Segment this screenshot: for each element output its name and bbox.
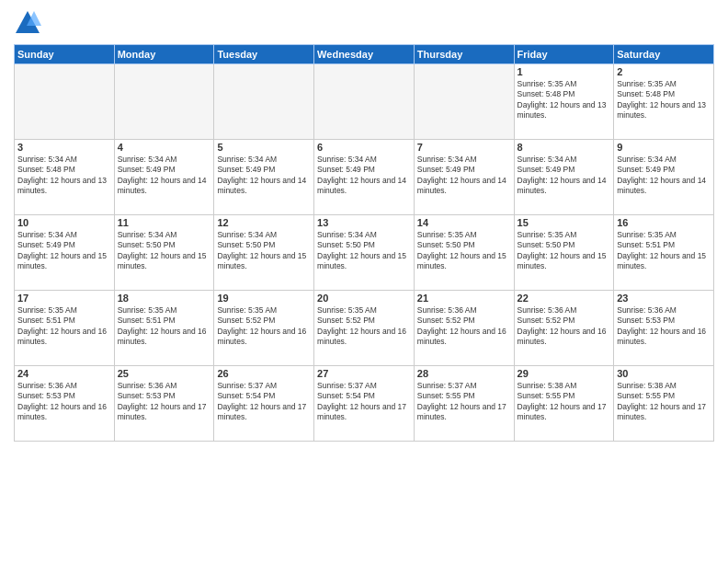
calendar-day-cell: 9Sunrise: 5:34 AM Sunset: 5:49 PM Daylig… <box>614 140 714 215</box>
day-number: 2 <box>617 66 711 77</box>
calendar-week-row: 3Sunrise: 5:34 AM Sunset: 5:48 PM Daylig… <box>15 140 714 215</box>
calendar-day-cell: 29Sunrise: 5:38 AM Sunset: 5:55 PM Dayli… <box>514 366 614 442</box>
day-info: Sunrise: 5:36 AM Sunset: 5:52 PM Dayligh… <box>518 305 611 348</box>
day-number: 7 <box>417 142 511 153</box>
logo <box>14 9 45 37</box>
day-info: Sunrise: 5:34 AM Sunset: 5:50 PM Dayligh… <box>118 230 211 272</box>
day-number: 14 <box>417 217 511 228</box>
calendar-day-cell <box>15 64 115 140</box>
calendar-day-cell <box>414 64 514 140</box>
calendar-day-cell: 27Sunrise: 5:37 AM Sunset: 5:54 PM Dayli… <box>314 366 415 442</box>
day-number: 13 <box>317 217 411 228</box>
day-info: Sunrise: 5:35 AM Sunset: 5:48 PM Dayligh… <box>617 79 711 121</box>
day-info: Sunrise: 5:34 AM Sunset: 5:49 PM Dayligh… <box>417 155 511 197</box>
day-info: Sunrise: 5:35 AM Sunset: 5:52 PM Dayligh… <box>217 305 311 348</box>
day-number: 11 <box>118 217 211 228</box>
weekday-header: Monday <box>114 45 214 64</box>
day-info: Sunrise: 5:36 AM Sunset: 5:52 PM Dayligh… <box>417 305 511 348</box>
calendar-day-cell: 2Sunrise: 5:35 AM Sunset: 5:48 PM Daylig… <box>614 64 714 140</box>
page-container: SundayMondayTuesdayWednesdayThursdayFrid… <box>0 0 728 563</box>
calendar-day-cell: 24Sunrise: 5:36 AM Sunset: 5:53 PM Dayli… <box>15 366 115 442</box>
calendar-day-cell: 13Sunrise: 5:34 AM Sunset: 5:50 PM Dayli… <box>314 215 415 291</box>
day-number: 19 <box>217 293 311 304</box>
calendar-day-cell: 16Sunrise: 5:35 AM Sunset: 5:51 PM Dayli… <box>614 215 714 291</box>
day-info: Sunrise: 5:38 AM Sunset: 5:55 PM Dayligh… <box>617 381 711 423</box>
day-info: Sunrise: 5:35 AM Sunset: 5:51 PM Dayligh… <box>118 305 211 348</box>
calendar-day-cell: 6Sunrise: 5:34 AM Sunset: 5:49 PM Daylig… <box>314 140 415 215</box>
day-info: Sunrise: 5:34 AM Sunset: 5:49 PM Dayligh… <box>17 230 111 272</box>
day-info: Sunrise: 5:34 AM Sunset: 5:49 PM Dayligh… <box>518 155 611 197</box>
weekday-header: Friday <box>514 45 614 64</box>
day-number: 16 <box>617 217 711 228</box>
calendar-day-cell: 3Sunrise: 5:34 AM Sunset: 5:48 PM Daylig… <box>15 140 115 215</box>
day-number: 9 <box>617 142 711 153</box>
day-info: Sunrise: 5:35 AM Sunset: 5:51 PM Dayligh… <box>617 230 711 272</box>
calendar-day-cell: 4Sunrise: 5:34 AM Sunset: 5:49 PM Daylig… <box>114 140 214 215</box>
day-info: Sunrise: 5:36 AM Sunset: 5:53 PM Dayligh… <box>118 381 211 423</box>
calendar-day-cell: 5Sunrise: 5:34 AM Sunset: 5:49 PM Daylig… <box>214 140 314 215</box>
day-number: 4 <box>118 142 211 153</box>
day-info: Sunrise: 5:34 AM Sunset: 5:50 PM Dayligh… <box>317 230 411 272</box>
day-number: 12 <box>217 217 311 228</box>
day-number: 25 <box>118 368 211 379</box>
day-number: 28 <box>417 368 511 379</box>
day-number: 29 <box>518 368 611 379</box>
calendar-day-cell: 11Sunrise: 5:34 AM Sunset: 5:50 PM Dayli… <box>114 215 214 291</box>
weekday-header: Tuesday <box>214 45 314 64</box>
day-info: Sunrise: 5:37 AM Sunset: 5:54 PM Dayligh… <box>317 381 411 423</box>
calendar-day-cell: 21Sunrise: 5:36 AM Sunset: 5:52 PM Dayli… <box>414 291 514 366</box>
day-info: Sunrise: 5:34 AM Sunset: 5:49 PM Dayligh… <box>217 155 311 197</box>
weekday-header: Wednesday <box>314 45 415 64</box>
day-number: 22 <box>518 293 611 304</box>
day-info: Sunrise: 5:35 AM Sunset: 5:51 PM Dayligh… <box>17 305 111 348</box>
calendar-day-cell: 1Sunrise: 5:35 AM Sunset: 5:48 PM Daylig… <box>514 64 614 140</box>
day-info: Sunrise: 5:38 AM Sunset: 5:55 PM Dayligh… <box>518 381 611 423</box>
day-info: Sunrise: 5:35 AM Sunset: 5:48 PM Dayligh… <box>518 79 611 121</box>
day-number: 27 <box>317 368 411 379</box>
day-info: Sunrise: 5:34 AM Sunset: 5:50 PM Dayligh… <box>217 230 311 272</box>
logo-icon <box>14 9 41 37</box>
day-info: Sunrise: 5:37 AM Sunset: 5:54 PM Dayligh… <box>217 381 311 423</box>
calendar-day-cell: 17Sunrise: 5:35 AM Sunset: 5:51 PM Dayli… <box>15 291 115 366</box>
day-number: 10 <box>17 217 111 228</box>
day-number: 15 <box>518 217 611 228</box>
calendar-day-cell: 28Sunrise: 5:37 AM Sunset: 5:55 PM Dayli… <box>414 366 514 442</box>
day-info: Sunrise: 5:36 AM Sunset: 5:53 PM Dayligh… <box>617 305 711 348</box>
calendar-day-cell: 8Sunrise: 5:34 AM Sunset: 5:49 PM Daylig… <box>514 140 614 215</box>
day-number: 17 <box>17 293 111 304</box>
weekday-header: Saturday <box>614 45 714 64</box>
calendar-day-cell: 19Sunrise: 5:35 AM Sunset: 5:52 PM Dayli… <box>214 291 314 366</box>
calendar-day-cell: 30Sunrise: 5:38 AM Sunset: 5:55 PM Dayli… <box>614 366 714 442</box>
page-header <box>14 9 714 37</box>
calendar-day-cell: 10Sunrise: 5:34 AM Sunset: 5:49 PM Dayli… <box>15 215 115 291</box>
weekday-header: Thursday <box>414 45 514 64</box>
calendar-day-cell: 12Sunrise: 5:34 AM Sunset: 5:50 PM Dayli… <box>214 215 314 291</box>
day-number: 30 <box>617 368 711 379</box>
day-info: Sunrise: 5:35 AM Sunset: 5:50 PM Dayligh… <box>518 230 611 272</box>
calendar-day-cell: 23Sunrise: 5:36 AM Sunset: 5:53 PM Dayli… <box>614 291 714 366</box>
day-number: 6 <box>317 142 411 153</box>
day-info: Sunrise: 5:37 AM Sunset: 5:55 PM Dayligh… <box>417 381 511 423</box>
day-number: 3 <box>17 142 111 153</box>
calendar-week-row: 10Sunrise: 5:34 AM Sunset: 5:49 PM Dayli… <box>15 215 714 291</box>
calendar-day-cell <box>314 64 415 140</box>
calendar-day-cell: 15Sunrise: 5:35 AM Sunset: 5:50 PM Dayli… <box>514 215 614 291</box>
calendar-day-cell: 7Sunrise: 5:34 AM Sunset: 5:49 PM Daylig… <box>414 140 514 215</box>
day-number: 18 <box>118 293 211 304</box>
calendar-day-cell: 14Sunrise: 5:35 AM Sunset: 5:50 PM Dayli… <box>414 215 514 291</box>
day-info: Sunrise: 5:36 AM Sunset: 5:53 PM Dayligh… <box>17 381 111 423</box>
calendar-day-cell: 20Sunrise: 5:35 AM Sunset: 5:52 PM Dayli… <box>314 291 415 366</box>
calendar-day-cell <box>114 64 214 140</box>
calendar-day-cell: 22Sunrise: 5:36 AM Sunset: 5:52 PM Dayli… <box>514 291 614 366</box>
calendar-day-cell <box>214 64 314 140</box>
calendar-week-row: 17Sunrise: 5:35 AM Sunset: 5:51 PM Dayli… <box>15 291 714 366</box>
day-number: 5 <box>217 142 311 153</box>
calendar-header-row: SundayMondayTuesdayWednesdayThursdayFrid… <box>15 45 714 64</box>
calendar-day-cell: 18Sunrise: 5:35 AM Sunset: 5:51 PM Dayli… <box>114 291 214 366</box>
day-info: Sunrise: 5:35 AM Sunset: 5:52 PM Dayligh… <box>317 305 411 348</box>
calendar-day-cell: 25Sunrise: 5:36 AM Sunset: 5:53 PM Dayli… <box>114 366 214 442</box>
weekday-header: Sunday <box>15 45 115 64</box>
day-number: 1 <box>518 66 611 77</box>
calendar-day-cell: 26Sunrise: 5:37 AM Sunset: 5:54 PM Dayli… <box>214 366 314 442</box>
day-number: 23 <box>617 293 711 304</box>
